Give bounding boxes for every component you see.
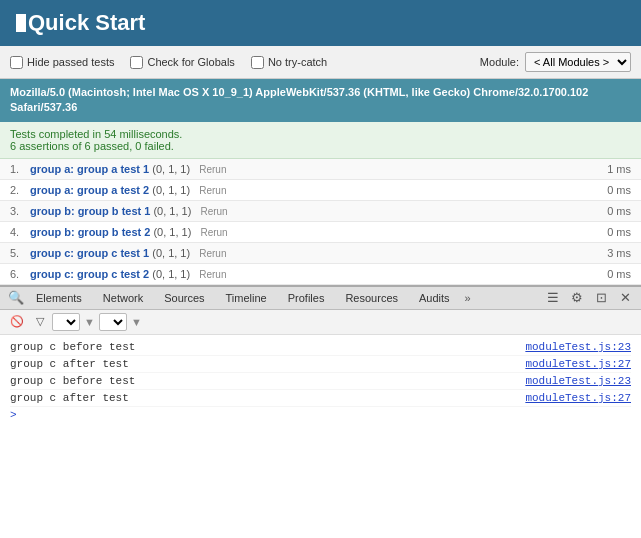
module-select[interactable]: < All Modules >: [525, 52, 631, 72]
hide-passed-label[interactable]: Hide passed tests: [10, 56, 114, 69]
module-section: Module: < All Modules >: [480, 52, 631, 72]
devtools-icon-group: ☰ ⚙ ⊡ ✕: [543, 288, 635, 308]
gear-icon[interactable]: ⚙: [567, 288, 587, 308]
console-line: group c after test moduleTest.js:27: [10, 390, 631, 407]
console-line: group c after test moduleTest.js:27: [10, 356, 631, 373]
frame-arrow: ▼: [84, 316, 95, 328]
cursor-icon: [16, 14, 26, 32]
test-params: (0, 1, 1): [152, 184, 190, 196]
test-list: 1. group a: group a test 1 (0, 1, 1) Rer…: [0, 159, 641, 285]
check-globals-label[interactable]: Check for Globals: [130, 56, 234, 69]
test-time: 3 ms: [601, 247, 631, 259]
table-row: 5. group c: group c test 1 (0, 1, 1) Rer…: [0, 243, 641, 264]
test-num: 6.: [10, 268, 26, 280]
console-text: group c before test: [10, 341, 135, 353]
group-name: group b: group b test 1: [30, 205, 150, 217]
console-toolbar: 🚫 ▽ ▼ ▼: [0, 310, 641, 335]
group-name: group a: group a test 1: [30, 163, 149, 175]
group-name: group b: group b test 2: [30, 226, 150, 238]
console-text: group c after test: [10, 358, 129, 370]
console-link[interactable]: moduleTest.js:23: [525, 375, 631, 387]
app-header: Quick Start: [0, 0, 641, 46]
check-globals-checkbox[interactable]: [130, 56, 143, 69]
test-params: (0, 1, 1): [152, 268, 190, 280]
console-text: group c before test: [10, 375, 135, 387]
tab-profiles[interactable]: Profiles: [278, 287, 336, 309]
status-bar: Tests completed in 54 milliseconds. 6 as…: [0, 122, 641, 159]
test-num: 2.: [10, 184, 26, 196]
filter-icon[interactable]: ▽: [32, 314, 48, 329]
console-line: group c before test moduleTest.js:23: [10, 373, 631, 390]
test-num: 3.: [10, 205, 26, 217]
test-label: group b: group b test 2 (0, 1, 1) Rerun: [30, 226, 591, 238]
group-name: group c: group c test 1: [30, 247, 149, 259]
more-tabs-button[interactable]: »: [461, 287, 475, 309]
tab-sources[interactable]: Sources: [154, 287, 215, 309]
browser-info: Mozilla/5.0 (Macintosh; Intel Mac OS X 1…: [10, 86, 588, 113]
list-icon[interactable]: ☰: [543, 288, 563, 308]
hide-passed-checkbox[interactable]: [10, 56, 23, 69]
browser-bar: Mozilla/5.0 (Macintosh; Intel Mac OS X 1…: [0, 79, 641, 122]
rerun-button[interactable]: Rerun: [200, 206, 227, 217]
test-params: (0, 1, 1): [152, 163, 190, 175]
frame-select[interactable]: [52, 313, 80, 331]
status-line2: 6 assertions of 6 passed, 0 failed.: [10, 140, 631, 152]
tab-audits[interactable]: Audits: [409, 287, 461, 309]
rerun-button[interactable]: Rerun: [199, 164, 226, 175]
rerun-button[interactable]: Rerun: [199, 269, 226, 280]
no-try-catch-checkbox[interactable]: [251, 56, 264, 69]
context-arrow: ▼: [131, 316, 142, 328]
test-params: (0, 1, 1): [153, 226, 191, 238]
test-label: group a: group a test 1 (0, 1, 1) Rerun: [30, 163, 591, 175]
test-time: 1 ms: [601, 163, 631, 175]
console-text: group c after test: [10, 392, 129, 404]
toolbar: Hide passed tests Check for Globals No t…: [0, 46, 641, 79]
console-output: group c before test moduleTest.js:23 gro…: [0, 335, 641, 435]
test-time: 0 ms: [601, 205, 631, 217]
table-row: 1. group a: group a test 1 (0, 1, 1) Rer…: [0, 159, 641, 180]
test-num: 5.: [10, 247, 26, 259]
test-label: group a: group a test 2 (0, 1, 1) Rerun: [30, 184, 591, 196]
close-icon[interactable]: ✕: [615, 288, 635, 308]
search-icon[interactable]: 🔍: [6, 288, 26, 308]
test-params: (0, 1, 1): [153, 205, 191, 217]
status-line1: Tests completed in 54 milliseconds.: [10, 128, 631, 140]
no-try-catch-label[interactable]: No try-catch: [251, 56, 327, 69]
console-line: group c before test moduleTest.js:23: [10, 339, 631, 356]
no-entry-icon[interactable]: 🚫: [6, 314, 28, 329]
devtools-panel: 🔍 Elements Network Sources Timeline Prof…: [0, 285, 641, 435]
console-link[interactable]: moduleTest.js:23: [525, 341, 631, 353]
test-time: 0 ms: [601, 184, 631, 196]
tab-elements[interactable]: Elements: [26, 287, 93, 309]
tab-network[interactable]: Network: [93, 287, 154, 309]
table-row: 4. group b: group b test 2 (0, 1, 1) Rer…: [0, 222, 641, 243]
context-select[interactable]: [99, 313, 127, 331]
test-label: group b: group b test 1 (0, 1, 1) Rerun: [30, 205, 591, 217]
devtools-tabs: 🔍 Elements Network Sources Timeline Prof…: [0, 287, 641, 310]
table-row: 2. group a: group a test 2 (0, 1, 1) Rer…: [0, 180, 641, 201]
tab-timeline[interactable]: Timeline: [216, 287, 278, 309]
console-link[interactable]: moduleTest.js:27: [525, 392, 631, 404]
window-icon[interactable]: ⊡: [591, 288, 611, 308]
test-label: group c: group c test 1 (0, 1, 1) Rerun: [30, 247, 591, 259]
table-row: 3. group b: group b test 1 (0, 1, 1) Rer…: [0, 201, 641, 222]
group-name: group c: group c test 2: [30, 268, 149, 280]
module-label: Module:: [480, 56, 519, 68]
test-num: 4.: [10, 226, 26, 238]
test-time: 0 ms: [601, 226, 631, 238]
table-row: 6. group c: group c test 2 (0, 1, 1) Rer…: [0, 264, 641, 285]
rerun-button[interactable]: Rerun: [200, 227, 227, 238]
console-prompt[interactable]: >: [10, 407, 631, 423]
test-num: 1.: [10, 163, 26, 175]
app-title: Quick Start: [16, 10, 145, 36]
console-link[interactable]: moduleTest.js:27: [525, 358, 631, 370]
test-time: 0 ms: [601, 268, 631, 280]
group-name: group a: group a test 2: [30, 184, 149, 196]
test-label: group c: group c test 2 (0, 1, 1) Rerun: [30, 268, 591, 280]
rerun-button[interactable]: Rerun: [199, 248, 226, 259]
tab-resources[interactable]: Resources: [335, 287, 409, 309]
rerun-button[interactable]: Rerun: [199, 185, 226, 196]
test-params: (0, 1, 1): [152, 247, 190, 259]
